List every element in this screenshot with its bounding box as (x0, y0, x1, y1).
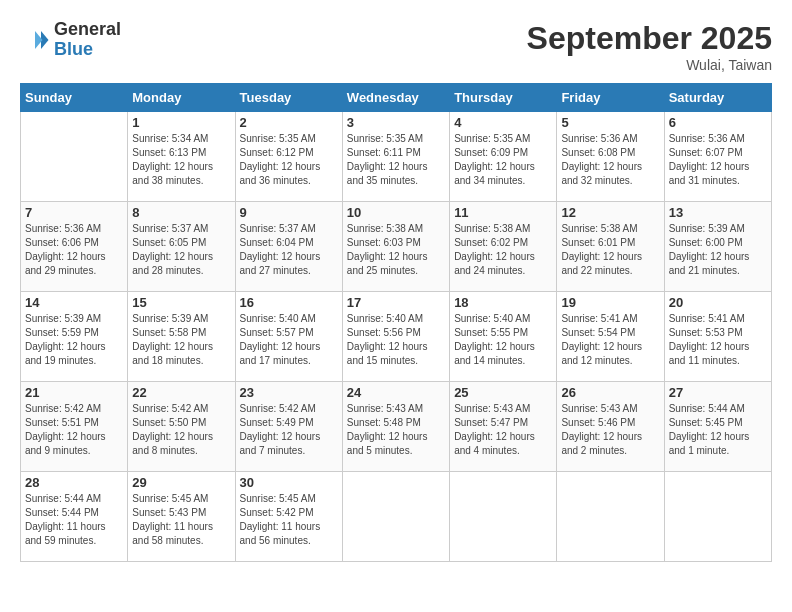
day-number: 2 (240, 115, 338, 130)
day-info: Sunrise: 5:41 AM Sunset: 5:53 PM Dayligh… (669, 312, 767, 368)
calendar-header: SundayMondayTuesdayWednesdayThursdayFrid… (21, 84, 772, 112)
logo-line1: General (54, 20, 121, 40)
day-info: Sunrise: 5:40 AM Sunset: 5:57 PM Dayligh… (240, 312, 338, 368)
calendar-cell: 19Sunrise: 5:41 AM Sunset: 5:54 PM Dayli… (557, 292, 664, 382)
day-number: 4 (454, 115, 552, 130)
day-number: 6 (669, 115, 767, 130)
header-day: Friday (557, 84, 664, 112)
calendar-cell (450, 472, 557, 562)
calendar-cell: 28Sunrise: 5:44 AM Sunset: 5:44 PM Dayli… (21, 472, 128, 562)
day-number: 9 (240, 205, 338, 220)
calendar-cell: 27Sunrise: 5:44 AM Sunset: 5:45 PM Dayli… (664, 382, 771, 472)
day-info: Sunrise: 5:35 AM Sunset: 6:12 PM Dayligh… (240, 132, 338, 188)
day-info: Sunrise: 5:43 AM Sunset: 5:46 PM Dayligh… (561, 402, 659, 458)
day-number: 28 (25, 475, 123, 490)
calendar-cell (21, 112, 128, 202)
calendar-cell: 7Sunrise: 5:36 AM Sunset: 6:06 PM Daylig… (21, 202, 128, 292)
day-number: 8 (132, 205, 230, 220)
calendar-week-row: 1Sunrise: 5:34 AM Sunset: 6:13 PM Daylig… (21, 112, 772, 202)
day-info: Sunrise: 5:42 AM Sunset: 5:50 PM Dayligh… (132, 402, 230, 458)
day-number: 15 (132, 295, 230, 310)
day-info: Sunrise: 5:43 AM Sunset: 5:48 PM Dayligh… (347, 402, 445, 458)
calendar-cell: 26Sunrise: 5:43 AM Sunset: 5:46 PM Dayli… (557, 382, 664, 472)
calendar-cell: 15Sunrise: 5:39 AM Sunset: 5:58 PM Dayli… (128, 292, 235, 382)
day-number: 12 (561, 205, 659, 220)
day-number: 18 (454, 295, 552, 310)
day-info: Sunrise: 5:39 AM Sunset: 5:58 PM Dayligh… (132, 312, 230, 368)
day-number: 25 (454, 385, 552, 400)
header-day: Monday (128, 84, 235, 112)
header-day: Sunday (21, 84, 128, 112)
calendar-cell: 16Sunrise: 5:40 AM Sunset: 5:57 PM Dayli… (235, 292, 342, 382)
day-info: Sunrise: 5:45 AM Sunset: 5:42 PM Dayligh… (240, 492, 338, 548)
day-info: Sunrise: 5:42 AM Sunset: 5:49 PM Dayligh… (240, 402, 338, 458)
calendar-cell: 17Sunrise: 5:40 AM Sunset: 5:56 PM Dayli… (342, 292, 449, 382)
header-day: Tuesday (235, 84, 342, 112)
calendar-table: SundayMondayTuesdayWednesdayThursdayFrid… (20, 83, 772, 562)
day-info: Sunrise: 5:36 AM Sunset: 6:07 PM Dayligh… (669, 132, 767, 188)
day-info: Sunrise: 5:38 AM Sunset: 6:02 PM Dayligh… (454, 222, 552, 278)
day-info: Sunrise: 5:45 AM Sunset: 5:43 PM Dayligh… (132, 492, 230, 548)
calendar-cell: 14Sunrise: 5:39 AM Sunset: 5:59 PM Dayli… (21, 292, 128, 382)
day-number: 27 (669, 385, 767, 400)
day-info: Sunrise: 5:36 AM Sunset: 6:08 PM Dayligh… (561, 132, 659, 188)
day-number: 13 (669, 205, 767, 220)
day-number: 1 (132, 115, 230, 130)
day-number: 26 (561, 385, 659, 400)
day-info: Sunrise: 5:40 AM Sunset: 5:55 PM Dayligh… (454, 312, 552, 368)
day-info: Sunrise: 5:38 AM Sunset: 6:03 PM Dayligh… (347, 222, 445, 278)
day-info: Sunrise: 5:37 AM Sunset: 6:04 PM Dayligh… (240, 222, 338, 278)
logo-line2: Blue (54, 40, 121, 60)
day-number: 22 (132, 385, 230, 400)
calendar-cell: 4Sunrise: 5:35 AM Sunset: 6:09 PM Daylig… (450, 112, 557, 202)
day-number: 29 (132, 475, 230, 490)
calendar-cell (342, 472, 449, 562)
day-info: Sunrise: 5:38 AM Sunset: 6:01 PM Dayligh… (561, 222, 659, 278)
day-number: 11 (454, 205, 552, 220)
calendar-cell (664, 472, 771, 562)
day-info: Sunrise: 5:35 AM Sunset: 6:09 PM Dayligh… (454, 132, 552, 188)
logo-text: General Blue (54, 20, 121, 60)
calendar-cell: 6Sunrise: 5:36 AM Sunset: 6:07 PM Daylig… (664, 112, 771, 202)
day-number: 20 (669, 295, 767, 310)
calendar-cell: 25Sunrise: 5:43 AM Sunset: 5:47 PM Dayli… (450, 382, 557, 472)
logo-icon (20, 25, 50, 55)
header-row: SundayMondayTuesdayWednesdayThursdayFrid… (21, 84, 772, 112)
calendar-cell: 23Sunrise: 5:42 AM Sunset: 5:49 PM Dayli… (235, 382, 342, 472)
day-number: 3 (347, 115, 445, 130)
day-info: Sunrise: 5:44 AM Sunset: 5:44 PM Dayligh… (25, 492, 123, 548)
day-number: 7 (25, 205, 123, 220)
header-day: Saturday (664, 84, 771, 112)
month-title: September 2025 (527, 20, 772, 57)
calendar-cell: 29Sunrise: 5:45 AM Sunset: 5:43 PM Dayli… (128, 472, 235, 562)
calendar-week-row: 14Sunrise: 5:39 AM Sunset: 5:59 PM Dayli… (21, 292, 772, 382)
day-info: Sunrise: 5:40 AM Sunset: 5:56 PM Dayligh… (347, 312, 445, 368)
day-info: Sunrise: 5:44 AM Sunset: 5:45 PM Dayligh… (669, 402, 767, 458)
day-info: Sunrise: 5:41 AM Sunset: 5:54 PM Dayligh… (561, 312, 659, 368)
calendar-week-row: 21Sunrise: 5:42 AM Sunset: 5:51 PM Dayli… (21, 382, 772, 472)
calendar-cell: 5Sunrise: 5:36 AM Sunset: 6:08 PM Daylig… (557, 112, 664, 202)
calendar-cell: 13Sunrise: 5:39 AM Sunset: 6:00 PM Dayli… (664, 202, 771, 292)
day-number: 5 (561, 115, 659, 130)
calendar-cell: 2Sunrise: 5:35 AM Sunset: 6:12 PM Daylig… (235, 112, 342, 202)
header-day: Thursday (450, 84, 557, 112)
day-number: 17 (347, 295, 445, 310)
day-info: Sunrise: 5:37 AM Sunset: 6:05 PM Dayligh… (132, 222, 230, 278)
day-number: 21 (25, 385, 123, 400)
day-number: 30 (240, 475, 338, 490)
title-area: September 2025 Wulai, Taiwan (527, 20, 772, 73)
calendar-cell: 1Sunrise: 5:34 AM Sunset: 6:13 PM Daylig… (128, 112, 235, 202)
day-info: Sunrise: 5:43 AM Sunset: 5:47 PM Dayligh… (454, 402, 552, 458)
calendar-cell: 24Sunrise: 5:43 AM Sunset: 5:48 PM Dayli… (342, 382, 449, 472)
day-number: 19 (561, 295, 659, 310)
day-info: Sunrise: 5:34 AM Sunset: 6:13 PM Dayligh… (132, 132, 230, 188)
header-day: Wednesday (342, 84, 449, 112)
day-number: 24 (347, 385, 445, 400)
calendar-cell: 21Sunrise: 5:42 AM Sunset: 5:51 PM Dayli… (21, 382, 128, 472)
calendar-cell: 18Sunrise: 5:40 AM Sunset: 5:55 PM Dayli… (450, 292, 557, 382)
calendar-cell: 11Sunrise: 5:38 AM Sunset: 6:02 PM Dayli… (450, 202, 557, 292)
day-number: 10 (347, 205, 445, 220)
calendar-cell (557, 472, 664, 562)
day-info: Sunrise: 5:39 AM Sunset: 6:00 PM Dayligh… (669, 222, 767, 278)
day-number: 23 (240, 385, 338, 400)
